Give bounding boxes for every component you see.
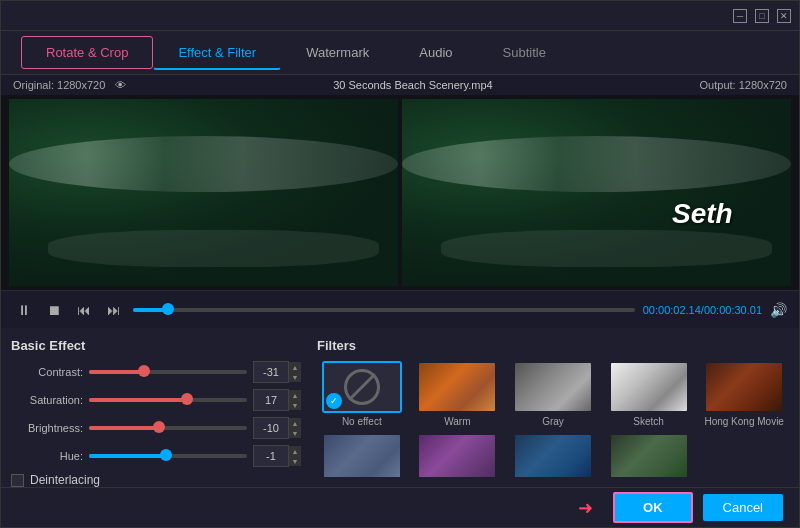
- saturation-label: Saturation:: [11, 394, 83, 406]
- restore-button[interactable]: □: [755, 9, 769, 23]
- filter-hong-kong[interactable]: Hong Kong Movie: [699, 361, 789, 427]
- filter-r2-3-thumb: [513, 433, 593, 477]
- saturation-down[interactable]: ▼: [289, 400, 301, 410]
- deinterlacing-checkbox[interactable]: [11, 474, 24, 487]
- filters-panel: Filters ✓ No effect: [317, 338, 789, 477]
- bottom-bar: ➜ OK Cancel: [1, 487, 799, 527]
- selected-badge: ✓: [326, 393, 342, 409]
- progress-bar[interactable]: [133, 308, 635, 312]
- original-preview: [9, 99, 398, 286]
- filter-r2-4-thumb: [609, 433, 689, 477]
- filter-r2-3[interactable]: [508, 433, 598, 477]
- tab-watermark[interactable]: Watermark: [281, 36, 394, 69]
- filter-gray-label: Gray: [542, 416, 564, 427]
- window-controls: ─ □ ✕: [733, 9, 791, 23]
- filter-no-effect[interactable]: ✓ No effect: [317, 361, 407, 427]
- minimize-button[interactable]: ─: [733, 9, 747, 23]
- filter-hong-kong-thumb: [704, 361, 784, 413]
- tab-audio[interactable]: Audio: [394, 36, 477, 69]
- time-display: 00:00:02.14/00:00:30.01: [643, 304, 762, 316]
- title-bar: ─ □ ✕: [1, 1, 799, 31]
- deinterlacing-label: Deinterlacing: [30, 473, 100, 487]
- filter-r2-2[interactable]: [413, 433, 503, 477]
- contrast-row: Contrast: -31 ▲ ▼: [11, 361, 301, 383]
- tab-subtitle[interactable]: Subtitle: [478, 36, 571, 69]
- hue-label: Hue:: [11, 450, 83, 462]
- filter-hong-kong-label: Hong Kong Movie: [704, 416, 784, 427]
- tab-rotate-crop[interactable]: Rotate & Crop: [21, 36, 153, 69]
- filters-grid: ✓ No effect Warm: [317, 361, 789, 477]
- filter-r2-1-thumb: [322, 433, 402, 477]
- brightness-down[interactable]: ▼: [289, 428, 301, 438]
- original-resolution: Original: 1280x720: [13, 79, 105, 91]
- hue-value: -1: [253, 445, 289, 467]
- arrow-indicator: ➜: [578, 497, 593, 519]
- prev-frame-button[interactable]: ⏮: [73, 300, 95, 320]
- video-info-bar: Original: 1280x720 👁 30 Seconds Beach Sc…: [1, 75, 799, 95]
- brightness-label: Brightness:: [11, 422, 83, 434]
- brightness-slider[interactable]: [89, 426, 247, 430]
- progress-thumb: [162, 303, 174, 315]
- controls-bar: ⏸ ⏹ ⏮ ⏭ 00:00:02.14/00:00:30.01 🔊: [1, 290, 799, 328]
- pause-button[interactable]: ⏸: [13, 300, 35, 320]
- filter-sketch[interactable]: Sketch: [604, 361, 694, 427]
- no-symbol-icon: [344, 369, 380, 405]
- cancel-button[interactable]: Cancel: [703, 494, 783, 521]
- main-content: Basic Effect Contrast: -31 ▲ ▼ Sa: [1, 328, 799, 487]
- filter-r2-2-thumb: [417, 433, 497, 477]
- saturation-row: Saturation: 17 ▲ ▼: [11, 389, 301, 411]
- tab-effect-filter[interactable]: Effect & Filter: [153, 36, 281, 70]
- original-video-frame: [9, 99, 398, 286]
- ok-button[interactable]: OK: [613, 492, 693, 523]
- filter-warm[interactable]: Warm: [413, 361, 503, 427]
- filter-gray-thumb: [513, 361, 593, 413]
- eye-icon[interactable]: 👁: [115, 79, 126, 91]
- stop-button[interactable]: ⏹: [43, 300, 65, 320]
- filter-no-effect-thumb: ✓: [322, 361, 402, 413]
- filter-r2-4[interactable]: [604, 433, 694, 477]
- filter-no-effect-label: No effect: [342, 416, 382, 427]
- filters-title: Filters: [317, 338, 789, 353]
- video-previews: Seth: [1, 95, 799, 290]
- basic-effect-title: Basic Effect: [11, 338, 301, 353]
- contrast-value: -31: [253, 361, 289, 383]
- filter-warm-label: Warm: [444, 416, 470, 427]
- filename: 30 Seconds Beach Scenery.mp4: [136, 79, 689, 91]
- contrast-slider[interactable]: [89, 370, 247, 374]
- output-video-frame: Seth: [402, 99, 791, 286]
- filter-sketch-label: Sketch: [633, 416, 664, 427]
- saturation-up[interactable]: ▲: [289, 390, 301, 400]
- next-frame-button[interactable]: ⏭: [103, 300, 125, 320]
- main-window: ─ □ ✕ Rotate & Crop Effect & Filter Wate…: [0, 0, 800, 528]
- filter-sketch-thumb: [609, 361, 689, 413]
- contrast-up[interactable]: ▲: [289, 362, 301, 372]
- brightness-row: Brightness: -10 ▲ ▼: [11, 417, 301, 439]
- filter-r2-1[interactable]: [317, 433, 407, 477]
- hue-slider[interactable]: [89, 454, 247, 458]
- deinterlacing-row: Deinterlacing: [11, 473, 301, 487]
- filter-warm-thumb: [417, 361, 497, 413]
- output-resolution: Output: 1280x720: [700, 79, 787, 91]
- volume-icon[interactable]: 🔊: [770, 302, 787, 318]
- contrast-down[interactable]: ▼: [289, 372, 301, 382]
- seth-watermark: Seth: [672, 198, 733, 230]
- filter-gray[interactable]: Gray: [508, 361, 598, 427]
- brightness-up[interactable]: ▲: [289, 418, 301, 428]
- output-preview: Seth: [402, 99, 791, 286]
- tab-bar: Rotate & Crop Effect & Filter Watermark …: [1, 31, 799, 75]
- close-button[interactable]: ✕: [777, 9, 791, 23]
- hue-row: Hue: -1 ▲ ▼: [11, 445, 301, 467]
- contrast-label: Contrast:: [11, 366, 83, 378]
- hue-down[interactable]: ▼: [289, 456, 301, 466]
- basic-effect-panel: Basic Effect Contrast: -31 ▲ ▼ Sa: [11, 338, 301, 477]
- saturation-slider[interactable]: [89, 398, 247, 402]
- saturation-value: 17: [253, 389, 289, 411]
- brightness-value: -10: [253, 417, 289, 439]
- hue-up[interactable]: ▲: [289, 446, 301, 456]
